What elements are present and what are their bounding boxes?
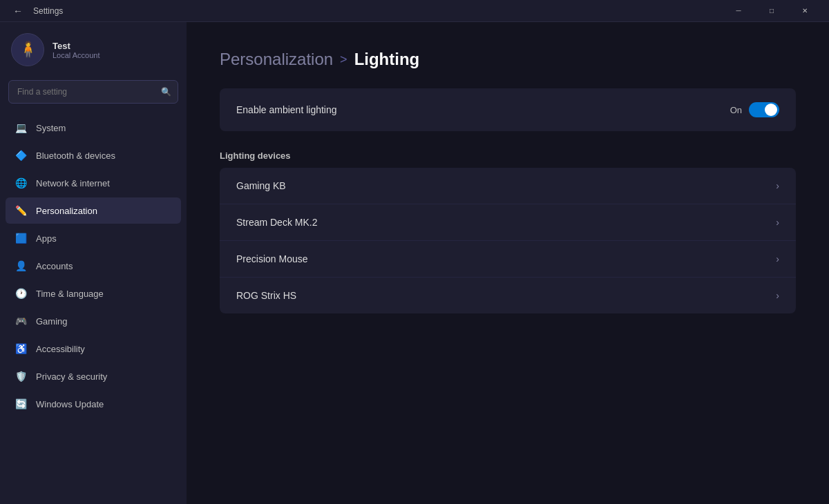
devices-list: Gaming KB › Stream Deck MK.2 › Precision… <box>220 168 796 313</box>
content-area: 🧍 Test Local Account 🔍 💻 System 🔷 Blueto… <box>0 22 829 504</box>
nav-icon-network: 🌐 <box>14 176 28 190</box>
nav-icon-personalization: ✏️ <box>14 204 28 217</box>
nav-label-system: System <box>36 123 66 133</box>
breadcrumb-current: Lighting <box>354 50 420 69</box>
nav-icon-gaming: 🎮 <box>14 314 28 328</box>
nav-list: 💻 System 🔷 Bluetooth & devices 🌐 Network… <box>0 112 187 504</box>
nav-icon-windowsupdate: 🔄 <box>14 397 28 411</box>
nav-label-gaming: Gaming <box>36 316 68 327</box>
nav-label-network: Network & internet <box>36 178 110 188</box>
window-controls: ─ □ ✕ <box>723 0 821 22</box>
titlebar-title: Settings <box>33 6 63 16</box>
sidebar-item-accessibility[interactable]: ♿ Accessibility <box>6 336 181 362</box>
sidebar-item-time[interactable]: 🕐 Time & language <box>6 280 181 307</box>
ambient-label: Enable ambient lighting <box>236 104 337 115</box>
sidebar-item-gaming[interactable]: 🎮 Gaming <box>6 308 181 334</box>
user-profile[interactable]: 🧍 Test Local Account <box>0 22 187 80</box>
sidebar-item-privacy[interactable]: 🛡️ Privacy & security <box>6 363 181 389</box>
device-item[interactable]: Stream Deck MK.2 › <box>220 204 796 241</box>
sidebar-item-personalization[interactable]: ✏️ Personalization <box>6 197 181 224</box>
nav-icon-bluetooth: 🔷 <box>14 148 28 162</box>
sidebar-item-network[interactable]: 🌐 Network & internet <box>6 170 181 196</box>
nav-label-apps: Apps <box>36 233 57 244</box>
chevron-right-icon: › <box>776 217 779 228</box>
chevron-right-icon: › <box>776 180 779 191</box>
back-button[interactable]: ← <box>8 1 28 21</box>
nav-label-privacy: Privacy & security <box>36 371 107 382</box>
nav-icon-apps: 🟦 <box>14 231 28 245</box>
user-type: Local Account <box>53 51 100 59</box>
sidebar-item-accounts[interactable]: 👤 Accounts <box>6 253 181 279</box>
ambient-lighting-row: Enable ambient lighting On <box>220 88 796 131</box>
user-info: Test Local Account <box>53 41 100 59</box>
device-name: Stream Deck MK.2 <box>236 217 317 228</box>
chevron-right-icon: › <box>776 253 779 264</box>
toggle-right: On <box>730 102 779 117</box>
nav-icon-accessibility: ♿ <box>14 342 28 356</box>
sidebar-item-apps[interactable]: 🟦 Apps <box>6 225 181 251</box>
search-box: 🔍 <box>8 80 178 104</box>
nav-label-accessibility: Accessibility <box>36 344 85 354</box>
device-name: Gaming KB <box>236 180 286 191</box>
toggle-thumb <box>765 104 777 116</box>
nav-icon-system: 💻 <box>14 121 28 135</box>
breadcrumb-parent: Personalization <box>220 50 333 69</box>
toggle-status: On <box>730 105 742 115</box>
device-item[interactable]: Precision Mouse › <box>220 241 796 278</box>
nav-label-accounts: Accounts <box>36 261 73 271</box>
nav-label-windowsupdate: Windows Update <box>36 399 104 409</box>
sidebar: 🧍 Test Local Account 🔍 💻 System 🔷 Blueto… <box>0 22 187 504</box>
ambient-toggle[interactable] <box>749 102 779 117</box>
sidebar-item-windowsupdate[interactable]: 🔄 Windows Update <box>6 391 181 417</box>
minimize-button[interactable]: ─ <box>723 0 754 22</box>
avatar-icon: 🧍 <box>19 41 37 59</box>
nav-label-bluetooth: Bluetooth & devices <box>36 151 115 161</box>
nav-label-personalization: Personalization <box>36 206 97 216</box>
device-name: ROG Strix HS <box>236 290 296 301</box>
search-input[interactable] <box>8 80 178 104</box>
chevron-right-icon: › <box>776 290 779 301</box>
search-icon: 🔍 <box>161 87 171 97</box>
device-item[interactable]: Gaming KB › <box>220 168 796 204</box>
nav-icon-time: 🕐 <box>14 287 28 300</box>
device-name: Precision Mouse <box>236 253 308 264</box>
user-name: Test <box>53 41 100 51</box>
devices-section-title: Lighting devices <box>220 151 796 161</box>
maximize-button[interactable]: □ <box>756 0 788 22</box>
close-button[interactable]: ✕ <box>789 0 821 22</box>
titlebar: ← Settings ─ □ ✕ <box>0 0 829 22</box>
nav-label-time: Time & language <box>36 289 104 299</box>
avatar: 🧍 <box>11 33 44 66</box>
nav-icon-accounts: 👤 <box>14 259 28 273</box>
device-item[interactable]: ROG Strix HS › <box>220 278 796 313</box>
sidebar-item-bluetooth[interactable]: 🔷 Bluetooth & devices <box>6 142 181 168</box>
nav-icon-privacy: 🛡️ <box>14 369 28 383</box>
main-content: Personalization > Lighting Enable ambien… <box>187 22 829 504</box>
sidebar-item-system[interactable]: 💻 System <box>6 115 181 141</box>
settings-window: ← Settings ─ □ ✕ 🧍 Test Local Acc <box>0 0 829 504</box>
breadcrumb: Personalization > Lighting <box>220 50 796 69</box>
breadcrumb-separator: > <box>340 52 347 67</box>
